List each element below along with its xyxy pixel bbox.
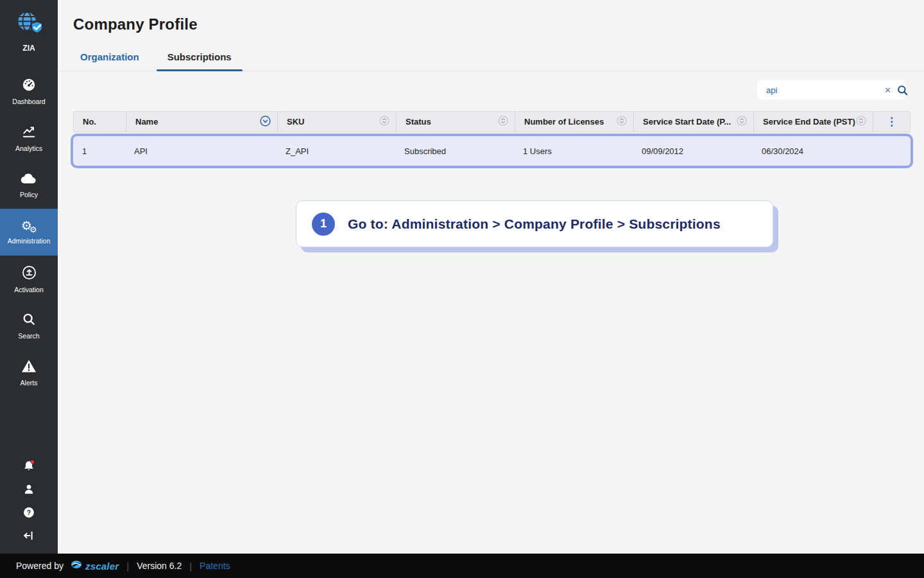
clear-search-icon[interactable]: ✕: [879, 85, 896, 95]
cell-licenses: 1 Users: [514, 146, 633, 156]
instruction-text: Go to: Administration > Company Profile …: [348, 216, 721, 232]
column-header-status[interactable]: Status: [396, 112, 515, 132]
zia-globe-shield-icon: [14, 9, 44, 41]
sidebar-bottom-icons: ?: [0, 455, 58, 554]
tab-organization[interactable]: Organization: [78, 51, 142, 71]
sort-both-icon[interactable]: [617, 116, 627, 128]
sidebar-item-label: Dashboard: [12, 98, 45, 105]
dashboard-gauge-icon: [22, 78, 36, 94]
sort-both-icon[interactable]: [856, 116, 866, 128]
column-header-name[interactable]: Name: [126, 112, 277, 132]
tab-subscriptions[interactable]: Subscriptions: [165, 51, 234, 71]
search-icon: [22, 312, 36, 329]
table-row[interactable]: 1 API Z_API Subscribed 1 Users 09/09/201…: [71, 134, 913, 168]
sort-both-icon[interactable]: [498, 116, 508, 128]
user-icon[interactable]: [22, 478, 35, 501]
column-header-end-date[interactable]: Service End Date (PST): [753, 112, 873, 132]
sidebar-item-search[interactable]: Search: [0, 302, 58, 349]
policy-cloud-icon: [21, 172, 37, 188]
sort-both-icon[interactable]: [737, 116, 747, 128]
footer-separator: |: [188, 561, 193, 572]
search-box: ✕: [757, 80, 906, 100]
column-header-sku[interactable]: SKU: [277, 112, 396, 132]
subscriptions-table: No. Name SKU: [73, 111, 911, 168]
help-icon[interactable]: ?: [22, 501, 35, 524]
sort-both-icon[interactable]: [379, 116, 389, 128]
alerts-warning-icon: [21, 359, 37, 376]
cell-end-date: 06/30/2024: [753, 146, 872, 156]
sidebar-item-label: Alerts: [21, 379, 38, 387]
notifications-bell-icon[interactable]: [22, 455, 36, 478]
powered-by-label: Powered by: [16, 561, 64, 571]
cell-start-date: 09/09/2012: [633, 146, 753, 156]
zscaler-logo-icon: [70, 559, 83, 572]
cell-status: Subscribed: [395, 146, 514, 156]
tab-bar: Organization Subscriptions: [58, 51, 924, 71]
column-header-no[interactable]: No.: [74, 112, 126, 132]
sidebar-item-analytics[interactable]: Analytics: [0, 115, 58, 162]
main-content: Company Profile Organization Subscriptio…: [58, 0, 924, 554]
sidebar-item-label: Search: [18, 332, 39, 340]
cell-name: API: [125, 146, 277, 156]
page-title: Company Profile: [58, 0, 924, 33]
search-input[interactable]: [766, 85, 879, 95]
patents-link[interactable]: Patents: [200, 561, 230, 571]
sidebar-nav: Dashboard Analytics: [0, 68, 58, 396]
sidebar-item-label: Policy: [20, 191, 38, 198]
instruction-callout: 1 Go to: Administration > Company Profil…: [296, 200, 773, 247]
sidebar-item-dashboard[interactable]: Dashboard: [0, 68, 58, 115]
search-row: ✕: [58, 71, 924, 107]
search-icon[interactable]: [896, 84, 909, 96]
zscaler-brand: zscaler: [70, 559, 119, 572]
sidebar-item-policy[interactable]: Policy: [0, 162, 58, 209]
version-label: Version 6.2: [137, 561, 182, 571]
zia-logo-label: ZIA: [22, 44, 35, 53]
sidebar-item-label: Administration: [8, 237, 51, 245]
column-header-start-date[interactable]: Service Start Date (P...: [633, 112, 753, 132]
app-window: ZIA Dashboard: [0, 0, 924, 578]
zia-logo[interactable]: ZIA: [0, 0, 58, 59]
activation-upload-icon: [22, 265, 37, 283]
sidebar-item-activation[interactable]: Activation: [0, 256, 58, 302]
zscaler-brand-name: zscaler: [85, 561, 119, 572]
step-number-badge: 1: [312, 213, 335, 236]
table-menu: ⋮: [873, 112, 910, 132]
cell-no: 1: [73, 146, 125, 156]
administration-gears-icon: ⚙⚙: [21, 220, 37, 234]
logout-icon[interactable]: [22, 524, 35, 547]
sort-active-desc-icon[interactable]: [260, 116, 271, 128]
sidebar-item-administration[interactable]: ⚙⚙ Administration: [0, 209, 58, 256]
sidebar-item-label: Activation: [14, 286, 44, 293]
sidebar: ZIA Dashboard: [0, 0, 58, 554]
footer-bar: Powered by zscaler | Version 6.2 | Paten…: [0, 554, 924, 578]
cell-sku: Z_API: [277, 146, 395, 156]
footer-separator: |: [125, 561, 130, 572]
sidebar-item-label: Analytics: [15, 144, 42, 152]
sidebar-item-alerts[interactable]: Alerts: [0, 349, 58, 396]
table-header: No. Name SKU: [73, 111, 911, 132]
analytics-chart-icon: [22, 125, 36, 141]
column-header-licenses[interactable]: Number of Licenses: [515, 112, 633, 132]
kebab-menu-icon[interactable]: ⋮: [886, 116, 897, 127]
svg-text:?: ?: [27, 509, 31, 516]
